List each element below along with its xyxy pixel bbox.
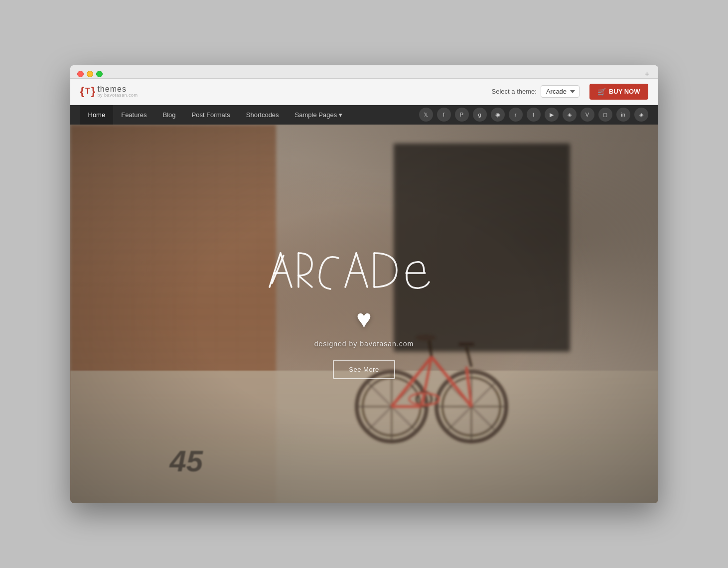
hero-title-svg: .hand-letter { fill: none; stroke: rgba(… bbox=[265, 248, 464, 293]
svg-line-30 bbox=[356, 253, 367, 287]
svg-line-29 bbox=[345, 253, 356, 287]
svg-line-23 bbox=[270, 253, 281, 287]
hero-heart-symbol: ♥ bbox=[356, 306, 372, 332]
rss-icon[interactable]: ◈ bbox=[634, 108, 648, 122]
theme-selector-label: Select a theme: bbox=[492, 88, 537, 95]
logo-name: themes bbox=[97, 85, 138, 94]
hero-content: .hand-letter { fill: none; stroke: rgba(… bbox=[70, 125, 658, 503]
logo-text: themes by bavotasan.com bbox=[97, 85, 138, 98]
browser-window: + { T } themes by bavotasan.com Select a… bbox=[70, 65, 658, 503]
buy-now-button[interactable]: 🛒 BUY NOW bbox=[589, 84, 648, 100]
vimeo-icon[interactable]: V bbox=[581, 108, 594, 122]
maximize-button[interactable] bbox=[96, 71, 103, 77]
traffic-lights bbox=[77, 71, 103, 77]
reddit-icon[interactable]: r bbox=[509, 108, 523, 122]
flickr-icon[interactable]: ◈ bbox=[563, 108, 577, 122]
logo: { T } themes by bavotasan.com bbox=[80, 85, 138, 98]
theme-select[interactable]: Arcade Default Classic bbox=[541, 85, 580, 98]
new-tab-button[interactable]: + bbox=[643, 70, 651, 78]
twitter-icon[interactable]: 𝕏 bbox=[419, 108, 433, 122]
nav-links: Home Features Blog Post Formats Shortcod… bbox=[80, 105, 419, 125]
pinterest-icon[interactable]: P bbox=[455, 108, 469, 122]
theme-selector: Select a theme: Arcade Default Classic bbox=[492, 85, 580, 98]
nav-item-home[interactable]: Home bbox=[80, 105, 114, 125]
nav-bar: Home Features Blog Post Formats Shortcod… bbox=[70, 105, 658, 125]
logo-bracket-close: } bbox=[91, 85, 96, 98]
svg-line-28 bbox=[298, 276, 312, 287]
hero-section: 45 bbox=[70, 125, 658, 503]
hero-subtitle: designed by bavotasan.com bbox=[314, 340, 414, 348]
nav-item-sample-pages[interactable]: Sample Pages ▾ bbox=[287, 105, 351, 125]
youtube-icon[interactable]: ▶ bbox=[545, 108, 559, 122]
facebook-icon[interactable]: f bbox=[437, 108, 451, 122]
linkedin-icon[interactable]: in bbox=[616, 108, 630, 122]
logo-subtitle: by bavotasan.com bbox=[97, 93, 138, 98]
see-more-button[interactable]: See More bbox=[333, 360, 395, 379]
nav-item-shortcodes[interactable]: Shortcodes bbox=[238, 105, 287, 125]
instagram-icon[interactable]: ◻ bbox=[598, 108, 612, 122]
googleplus-icon[interactable]: g bbox=[473, 108, 487, 122]
close-button[interactable] bbox=[77, 71, 84, 77]
tumblr-icon[interactable]: t bbox=[527, 108, 541, 122]
top-bar: { T } themes by bavotasan.com Select a t… bbox=[70, 79, 658, 105]
dribbble-icon[interactable]: ◉ bbox=[491, 108, 505, 122]
nav-social: 𝕏 f P g ◉ r t ▶ ◈ V ◻ in ◈ bbox=[419, 108, 648, 122]
buy-now-label: BUY NOW bbox=[609, 88, 640, 95]
browser-chrome: + bbox=[70, 65, 658, 79]
cart-icon: 🛒 bbox=[597, 88, 606, 96]
nav-item-post-formats[interactable]: Post Formats bbox=[184, 105, 238, 125]
nav-item-features[interactable]: Features bbox=[113, 105, 154, 125]
logo-bracket-open: { bbox=[80, 85, 85, 98]
logo-t: T bbox=[85, 87, 90, 96]
minimize-button[interactable] bbox=[87, 71, 93, 77]
nav-item-blog[interactable]: Blog bbox=[155, 105, 184, 125]
dropdown-arrow-icon: ▾ bbox=[339, 111, 342, 119]
